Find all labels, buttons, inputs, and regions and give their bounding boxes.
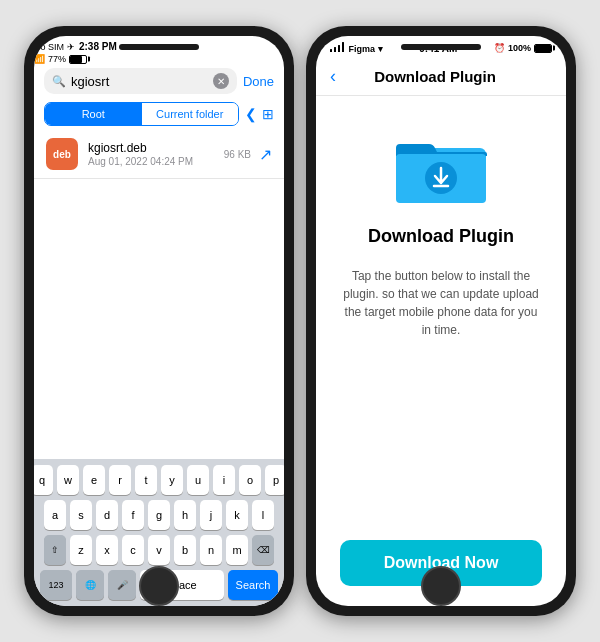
status-carrier: No SIM ✈	[34, 42, 75, 52]
view-icons: ❮ ⊞	[245, 106, 274, 122]
key-g[interactable]: g	[148, 500, 170, 530]
phone-1: No SIM ✈ 2:38 PM 📶 77% 🔍 kgiosrt ✕ Done	[24, 26, 294, 616]
key-t[interactable]: t	[135, 465, 157, 495]
folder-icon	[391, 126, 491, 206]
file-name: kgiosrt.deb	[88, 141, 214, 155]
plugin-title: Download Plugin	[368, 226, 514, 247]
key-p[interactable]: p	[265, 465, 284, 495]
key-v[interactable]: v	[148, 535, 170, 565]
status-time-1: 2:38 PM	[79, 41, 117, 52]
folder-icon-wrap	[391, 126, 491, 206]
search-input[interactable]: kgiosrt	[71, 74, 208, 89]
phones-container: No SIM ✈ 2:38 PM 📶 77% 🔍 kgiosrt ✕ Done	[14, 16, 586, 626]
phone-2-home-button[interactable]	[421, 566, 461, 606]
svg-rect-1	[334, 47, 336, 52]
kb-row-1: q w e r t y u i o p	[38, 465, 280, 495]
key-r[interactable]: r	[109, 465, 131, 495]
segment-row: Root Current folder ❮ ⊞	[34, 98, 284, 130]
key-m[interactable]: m	[226, 535, 248, 565]
battery-fill-2	[535, 45, 551, 52]
search-icon: 🔍	[52, 75, 66, 88]
done-button[interactable]: Done	[243, 74, 274, 89]
grid-view-icon[interactable]: ⊞	[262, 106, 274, 122]
file-list: deb kgiosrt.deb Aug 01, 2022 04:24 PM 96…	[34, 130, 284, 459]
key-123[interactable]: 123	[40, 570, 72, 600]
phone2-header-title: Download Plugin	[344, 68, 526, 85]
phone-1-home-button[interactable]	[139, 566, 179, 606]
share-icon[interactable]: ↗	[259, 145, 272, 164]
phone-2: Figma ▾ 9:41 AM ⏰ 100% ‹ Download Plugin	[306, 26, 576, 616]
kb-row-2: a s d f g h j k l	[38, 500, 280, 530]
key-a[interactable]: a	[44, 500, 66, 530]
file-size: 96 KB	[224, 149, 251, 160]
key-f[interactable]: f	[122, 500, 144, 530]
search-box[interactable]: 🔍 kgiosrt ✕	[44, 68, 237, 94]
key-globe[interactable]: 🌐	[76, 570, 104, 600]
search-clear-button[interactable]: ✕	[213, 73, 229, 89]
status-right-1: 📶 77%	[34, 54, 284, 64]
key-s[interactable]: s	[70, 500, 92, 530]
status-carrier-2: Figma ▾	[330, 42, 383, 54]
key-h[interactable]: h	[174, 500, 196, 530]
key-y[interactable]: y	[161, 465, 183, 495]
list-view-icon[interactable]: ❮	[245, 106, 257, 122]
key-q[interactable]: q	[34, 465, 53, 495]
file-date: Aug 01, 2022 04:24 PM	[88, 156, 214, 167]
status-right-2: ⏰ 100%	[494, 43, 552, 53]
carrier-name: Figma ▾	[349, 44, 383, 54]
status-battery-pct-1: 77%	[48, 54, 66, 64]
key-x[interactable]: x	[96, 535, 118, 565]
phone-1-screen: No SIM ✈ 2:38 PM 📶 77% 🔍 kgiosrt ✕ Done	[34, 36, 284, 606]
kb-row-3: ⇧ z x c v b n m ⌫	[38, 535, 280, 565]
phone2-header: ‹ Download Plugin	[316, 58, 566, 96]
segment-control[interactable]: Root Current folder	[44, 102, 239, 126]
signal-bars-2	[330, 44, 349, 54]
segment-root[interactable]: Root	[45, 103, 142, 125]
key-b[interactable]: b	[174, 535, 196, 565]
battery-fill-1	[70, 56, 82, 63]
battery-icon-1	[69, 55, 87, 64]
key-e[interactable]: e	[83, 465, 105, 495]
key-search[interactable]: Search	[228, 570, 278, 600]
phone-2-notch	[401, 44, 481, 50]
key-u[interactable]: u	[187, 465, 209, 495]
file-meta: 96 KB ↗	[224, 145, 272, 164]
file-item-kgiosrt[interactable]: deb kgiosrt.deb Aug 01, 2022 04:24 PM 96…	[34, 130, 284, 179]
signal-icon	[330, 42, 346, 52]
alarm-icon: ⏰	[494, 43, 505, 53]
key-delete[interactable]: ⌫	[252, 535, 274, 565]
key-j[interactable]: j	[200, 500, 222, 530]
battery-icon-2	[534, 44, 552, 53]
file-icon-deb: deb	[46, 138, 78, 170]
key-n[interactable]: n	[200, 535, 222, 565]
key-k[interactable]: k	[226, 500, 248, 530]
key-w[interactable]: w	[57, 465, 79, 495]
search-bar-row: 🔍 kgiosrt ✕ Done	[34, 64, 284, 98]
phone2-content: Download Plugin Tap the button below to …	[316, 96, 566, 606]
key-d[interactable]: d	[96, 500, 118, 530]
status-wifi-1: 📶	[34, 54, 45, 64]
segment-current-folder[interactable]: Current folder	[142, 103, 239, 125]
back-button[interactable]: ‹	[330, 66, 336, 87]
status-bar-1: No SIM ✈ 2:38 PM 📶 77%	[34, 36, 284, 64]
key-o[interactable]: o	[239, 465, 261, 495]
file-info: kgiosrt.deb Aug 01, 2022 04:24 PM	[88, 141, 214, 167]
svg-rect-0	[330, 49, 332, 52]
key-z[interactable]: z	[70, 535, 92, 565]
plugin-description: Tap the button below to install the plug…	[340, 267, 542, 339]
key-i[interactable]: i	[213, 465, 235, 495]
svg-rect-3	[342, 42, 344, 52]
svg-rect-2	[338, 45, 340, 52]
key-mic[interactable]: 🎤	[108, 570, 136, 600]
key-c[interactable]: c	[122, 535, 144, 565]
key-l[interactable]: l	[252, 500, 274, 530]
phone-1-notch	[119, 44, 199, 50]
key-shift[interactable]: ⇧	[44, 535, 66, 565]
phone-2-screen: Figma ▾ 9:41 AM ⏰ 100% ‹ Download Plugin	[316, 36, 566, 606]
status-battery-pct-2: 100%	[508, 43, 531, 53]
